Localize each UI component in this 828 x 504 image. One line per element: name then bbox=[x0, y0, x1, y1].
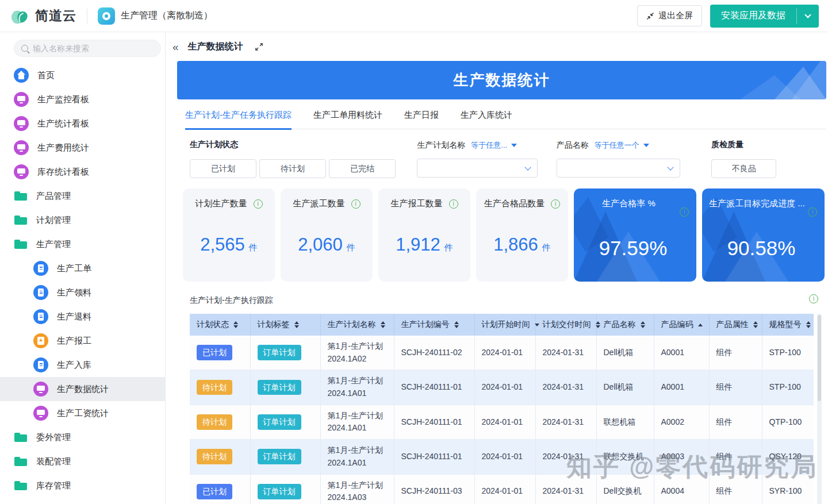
status-badge: 待计划 bbox=[197, 449, 232, 464]
column-header[interactable]: 计划交付时间 bbox=[535, 314, 596, 336]
table-body: 已计划 订单计划 第1月-生产计划 2024.1A02 SCJH-240111-… bbox=[190, 336, 814, 504]
info-icon[interactable] bbox=[351, 199, 361, 209]
column-header[interactable]: 规格型号 bbox=[762, 314, 814, 336]
sort-icon[interactable] bbox=[535, 324, 539, 326]
cell-product-code: A0001 bbox=[654, 336, 709, 370]
sort-icon[interactable] bbox=[698, 324, 703, 326]
stat-title: 生产合格品数量 bbox=[484, 198, 545, 209]
sidebar-menu-item[interactable]: 首页 bbox=[0, 63, 165, 87]
sidebar-item-label: 产品管理 bbox=[36, 191, 71, 202]
product-name-select[interactable] bbox=[557, 159, 680, 178]
cell-plan-code: SCJH-240111-01 bbox=[394, 370, 474, 405]
info-icon[interactable] bbox=[808, 207, 817, 217]
sort-icon[interactable] bbox=[753, 321, 758, 329]
install-app-label[interactable]: 安装应用及数据 bbox=[710, 5, 796, 28]
main-panel: « 生产数据统计 生产数据统计 生产计划-生产任务执行跟踪 bbox=[166, 32, 828, 504]
sidebar-menu-item[interactable]: 库存管理 bbox=[0, 474, 165, 498]
sort-icon[interactable] bbox=[294, 321, 299, 329]
table-row[interactable]: 待计划 订单计划 第1月-生产计划 2024.1A01 SCJH-240111-… bbox=[190, 440, 814, 474]
sort-icon[interactable] bbox=[596, 321, 600, 329]
column-header-label: 产品属性 bbox=[716, 320, 749, 330]
exit-fullscreen-button[interactable]: 退出全屏 bbox=[637, 5, 702, 26]
table-row[interactable]: 已计划 订单计划 第1月-生产计划 2024.1A02 SCJH-240111-… bbox=[190, 336, 814, 370]
sidebar-menu-item[interactable]: 装配管理 bbox=[0, 449, 165, 474]
sidebar-menu-item[interactable]: 生产报工 bbox=[0, 329, 165, 353]
sort-icon[interactable] bbox=[641, 321, 645, 329]
install-app-split-button[interactable]: 安装应用及数据 bbox=[710, 5, 819, 28]
sidebar-menu-item[interactable]: 生产管理 bbox=[0, 232, 165, 256]
sidebar-menu-item[interactable]: 产品管理 bbox=[0, 184, 165, 208]
status-filter-button[interactable]: 已完结 bbox=[329, 159, 396, 178]
sidebar-menu-item[interactable]: 生产领料 bbox=[0, 280, 165, 305]
form-icon bbox=[33, 285, 48, 300]
stat-value: 2,565 bbox=[200, 234, 245, 255]
plan-name-select[interactable] bbox=[417, 159, 538, 178]
home-icon bbox=[14, 68, 29, 83]
dashboard-body: 生产数据统计 生产计划-生产任务执行跟踪 生产工单用料统计 生产日报 生产入库统… bbox=[166, 61, 828, 504]
table-row[interactable]: 待计划 订单计划 第1月-生产计划 2024.1A01 SCJH-240111-… bbox=[190, 370, 814, 405]
status-filter-label: 已计划 bbox=[211, 164, 235, 174]
sort-icon[interactable] bbox=[454, 321, 459, 329]
column-header[interactable]: 生产计划名称 bbox=[320, 314, 394, 336]
status-filter-button[interactable]: 已计划 bbox=[190, 159, 256, 178]
sidebar-menu-item[interactable]: 生产入库 bbox=[0, 353, 165, 377]
sort-icon[interactable] bbox=[381, 321, 385, 329]
sidebar-menu: 首页 生产监控看板 生产统计看板 bbox=[0, 63, 165, 498]
info-icon[interactable] bbox=[680, 207, 689, 217]
info-icon[interactable] bbox=[551, 199, 560, 209]
column-header[interactable]: 计划开始时间 bbox=[474, 314, 535, 336]
cell-product-name: Dell交换机 bbox=[596, 474, 654, 504]
tag-badge: 订单计划 bbox=[258, 449, 301, 464]
sidebar-menu-item[interactable]: 生产数据统计 bbox=[0, 377, 165, 401]
table-row[interactable]: 已计划 订单计划 第1月-生产计划 2024.1A03 SCJH-240111-… bbox=[190, 474, 814, 504]
tab[interactable]: 生产入库统计 bbox=[461, 110, 512, 130]
sidebar-menu-item[interactable]: 生产工资统计 bbox=[0, 401, 165, 425]
tab[interactable]: 生产日报 bbox=[404, 110, 439, 130]
sort-icon[interactable] bbox=[233, 321, 238, 329]
sidebar-search[interactable] bbox=[14, 40, 161, 57]
info-icon[interactable] bbox=[254, 199, 263, 209]
defective-filter-button[interactable]: 不良品 bbox=[711, 159, 776, 178]
brand[interactable]: 简道云 bbox=[10, 6, 76, 26]
product-name-operator[interactable]: 等于任意一个 bbox=[595, 140, 649, 151]
table-row[interactable]: 待计划 订单计划 第1月-生产计划 2024.1A01 SCJH-240111-… bbox=[190, 405, 814, 439]
status-badge: 待计划 bbox=[197, 380, 232, 395]
tab[interactable]: 生产计划-生产任务执行跟踪 bbox=[185, 110, 292, 130]
sidebar-menu-item[interactable]: 生产统计看板 bbox=[0, 111, 165, 136]
fullscreen-icon[interactable] bbox=[255, 43, 263, 51]
sidebar-item-label: 计划管理 bbox=[36, 215, 71, 226]
cell-plan-code: SCJH-240111-01 bbox=[394, 405, 474, 439]
sidebar-menu-item[interactable]: 生产工单 bbox=[0, 256, 165, 280]
info-icon[interactable] bbox=[449, 199, 458, 209]
plan-name-operator[interactable]: 等于任意... bbox=[471, 140, 517, 151]
sidebar-menu-item[interactable]: 委外管理 bbox=[0, 425, 165, 449]
sidebar-item-label: 生产入库 bbox=[57, 360, 91, 371]
tab[interactable]: 生产工单用料统计 bbox=[313, 110, 382, 130]
sort-icon[interactable] bbox=[806, 321, 811, 329]
sidebar-item-label: 装配管理 bbox=[36, 456, 71, 467]
column-header[interactable]: 计划标签 bbox=[250, 314, 320, 336]
plan-name-filter-label: 生产计划名称 bbox=[417, 140, 465, 151]
column-header[interactable]: 产品属性 bbox=[709, 314, 762, 336]
sidebar-menu-item[interactable]: 生产监控看板 bbox=[0, 87, 165, 111]
table-scrollbar[interactable] bbox=[817, 314, 822, 504]
column-header[interactable]: 产品名称 bbox=[596, 314, 654, 336]
search-input[interactable] bbox=[33, 44, 154, 53]
status-filter-button[interactable]: 待计划 bbox=[259, 159, 326, 178]
column-header[interactable]: 计划状态 bbox=[190, 314, 250, 336]
banner-title: 生产数据统计 bbox=[454, 70, 550, 90]
collapse-sidebar-icon[interactable]: « bbox=[170, 40, 181, 53]
sidebar-menu-item[interactable]: 生产费用统计 bbox=[0, 136, 165, 160]
dashboard-banner: 生产数据统计 bbox=[177, 61, 826, 99]
cell-product-code: A0001 bbox=[654, 370, 709, 405]
install-app-dropdown[interactable] bbox=[797, 5, 819, 28]
info-icon[interactable] bbox=[809, 294, 818, 303]
sidebar-menu-item[interactable]: 生产退料 bbox=[0, 305, 165, 329]
sidebar-menu-item[interactable]: 计划管理 bbox=[0, 208, 165, 232]
column-header[interactable]: 生产计划编号 bbox=[394, 314, 474, 336]
quality-filter-label: 质检质量 bbox=[711, 140, 826, 151]
sidebar-menu-item[interactable]: 库存统计看板 bbox=[0, 160, 165, 184]
cell-product-attr: 组件 bbox=[709, 405, 762, 439]
cell-plan-name: 第1月-生产计划 2024.1A03 bbox=[320, 474, 394, 504]
column-header[interactable]: 产品编码 bbox=[654, 314, 709, 336]
